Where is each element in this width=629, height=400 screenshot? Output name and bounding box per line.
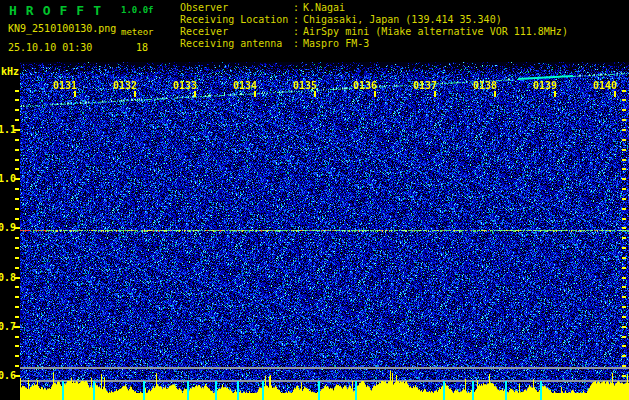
freq-tick: [15, 355, 19, 357]
time-tick: [194, 91, 196, 97]
station-info-value: AirSpy mini (Miake alternative VOR 111.8…: [303, 26, 568, 37]
timestamp: 25.10.10 01:30: [8, 42, 92, 53]
freq-tick: [622, 345, 626, 347]
time-tick: [374, 91, 376, 97]
freq-tick: [15, 90, 19, 92]
output-filename: KN9_2510100130.png: [8, 23, 116, 34]
freq-tick: [622, 109, 626, 111]
freq-tick: [15, 227, 19, 229]
station-info-value: K.Nagai: [303, 2, 345, 13]
freq-tick: [15, 139, 19, 141]
freq-tick: [622, 129, 626, 131]
meteor-count-label: meteor: [121, 27, 154, 37]
freq-tick: [15, 247, 19, 249]
time-tick-label: 0137: [413, 81, 437, 91]
station-info-colon: :: [293, 14, 303, 26]
freq-tick-label: 0.9: [0, 223, 14, 233]
freq-tick: [15, 149, 19, 151]
meteor-count-value: 18: [136, 42, 148, 53]
freq-tick-label: 1.1: [0, 125, 14, 135]
station-info-colon: :: [293, 2, 303, 14]
station-info-row: Receiving antenna:Maspro FM-3: [180, 38, 568, 50]
time-tick: [494, 91, 496, 97]
freq-tick: [15, 237, 19, 239]
freq-tick: [15, 345, 19, 347]
freq-tick: [622, 306, 626, 308]
time-tick-label: 0139: [533, 81, 557, 91]
freq-tick: [15, 99, 19, 101]
freq-tick: [15, 198, 19, 200]
time-tick-label: 0138: [473, 81, 497, 91]
station-info-label: Observer: [180, 2, 293, 14]
freq-tick: [15, 375, 19, 377]
freq-tick: [622, 296, 626, 298]
station-info-row: Receiver:AirSpy mini (Miake alternative …: [180, 26, 568, 38]
time-tick: [554, 91, 556, 97]
freq-tick: [622, 237, 626, 239]
station-info-value: Maspro FM-3: [303, 38, 369, 49]
freq-axis-unit: kHz: [1, 66, 19, 77]
app-title: HROFFT: [9, 3, 110, 18]
station-info-row: Observer:K.Nagai: [180, 2, 568, 14]
freq-tick: [15, 306, 19, 308]
station-info-colon: :: [293, 38, 303, 50]
time-tick: [74, 91, 76, 97]
freq-tick: [15, 316, 19, 318]
station-info-colon: :: [293, 26, 303, 38]
freq-tick: [622, 257, 626, 259]
freq-tick: [622, 149, 626, 151]
time-tick-label: 0132: [113, 81, 137, 91]
spectrogram-canvas: [20, 62, 629, 400]
freq-tick: [622, 168, 626, 170]
freq-tick-label: 0.7: [0, 322, 14, 332]
app-version: 1.0.0f: [121, 5, 154, 15]
time-tick-label: 0135: [293, 81, 317, 91]
freq-tick: [622, 218, 626, 220]
time-tick-label: 0134: [233, 81, 257, 91]
freq-tick: [15, 365, 19, 367]
freq-tick: [622, 178, 626, 180]
time-tick: [254, 91, 256, 97]
freq-tick-label: 0.8: [0, 273, 14, 283]
freq-tick: [622, 159, 626, 161]
time-tick: [314, 91, 316, 97]
freq-tick: [622, 90, 626, 92]
freq-tick: [622, 365, 626, 367]
freq-tick: [622, 375, 626, 377]
freq-tick: [15, 336, 19, 338]
freq-tick-label: 1.0: [0, 174, 14, 184]
time-tick-label: 0131: [53, 81, 77, 91]
freq-tick: [622, 188, 626, 190]
freq-tick: [15, 277, 19, 279]
station-info-label: Receiving antenna: [180, 38, 293, 50]
freq-tick: [15, 168, 19, 170]
freq-tick: [622, 247, 626, 249]
freq-tick: [15, 159, 19, 161]
freq-tick: [15, 296, 19, 298]
station-info-label: Receiver: [180, 26, 293, 38]
freq-tick: [15, 178, 19, 180]
time-tick: [614, 91, 616, 97]
freq-tick: [622, 326, 626, 328]
freq-tick: [622, 99, 626, 101]
freq-tick: [622, 277, 626, 279]
freq-tick: [15, 326, 19, 328]
freq-tick: [622, 227, 626, 229]
freq-tick: [622, 139, 626, 141]
time-tick-label: 0133: [173, 81, 197, 91]
freq-tick: [15, 208, 19, 210]
freq-tick: [622, 316, 626, 318]
freq-tick: [15, 286, 19, 288]
station-info-row: Receiving Location:Chigasaki, Japan (139…: [180, 14, 568, 26]
time-tick: [134, 91, 136, 97]
freq-tick: [622, 286, 626, 288]
freq-tick: [15, 188, 19, 190]
time-tick-label: 0136: [353, 81, 377, 91]
freq-tick: [15, 257, 19, 259]
freq-tick: [622, 208, 626, 210]
freq-tick: [15, 109, 19, 111]
freq-tick-label: 0.6: [0, 371, 14, 381]
time-tick-label: 0140: [593, 81, 617, 91]
freq-tick: [15, 267, 19, 269]
freq-tick: [15, 218, 19, 220]
